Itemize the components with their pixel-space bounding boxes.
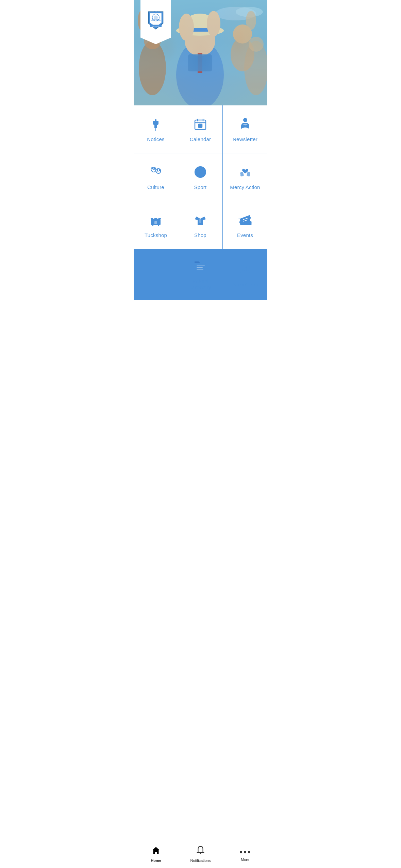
calendar-label: Calendar — [190, 136, 211, 142]
svg-text:DIEU DEVOU: DIEU DEVOU — [152, 26, 160, 27]
mercy-icon — [238, 165, 253, 180]
sport-button[interactable]: Sport — [178, 153, 223, 201]
tuckshop-button[interactable]: Tuckshop — [134, 201, 178, 249]
culture-label: Culture — [147, 184, 164, 190]
svg-point-22 — [154, 15, 158, 19]
hero-banner: DIEU DEVOU — [134, 0, 267, 105]
newsletter-label: Newsletter — [233, 136, 257, 142]
svg-point-55 — [244, 270, 247, 274]
svg-rect-27 — [155, 119, 156, 121]
events-label: Events — [237, 232, 253, 238]
shop-label: Shop — [194, 232, 206, 238]
svg-rect-20 — [188, 54, 212, 71]
directory-icon — [193, 259, 208, 274]
school-directory-button[interactable]: School Directory — [179, 249, 223, 300]
svg-point-17 — [246, 11, 256, 30]
newsletter-icon — [238, 117, 253, 132]
pin-icon — [148, 117, 163, 132]
svg-rect-47 — [197, 266, 205, 266]
culture-icon — [148, 165, 163, 180]
svg-rect-44 — [199, 219, 201, 223]
calendar-button[interactable]: Calendar — [178, 105, 223, 153]
svg-point-54 — [244, 267, 247, 270]
grid-row-1: Notices Calendar — [134, 105, 267, 153]
shop-icon — [193, 212, 208, 227]
tuckshop-label: Tuckshop — [145, 232, 167, 238]
culture-button[interactable]: Culture — [134, 153, 178, 201]
svg-rect-42 — [158, 225, 159, 226]
sport-label: Sport — [194, 184, 207, 190]
school-crest: DIEU DEVOU — [146, 10, 166, 31]
grid-row-2: Culture Sport — [134, 153, 267, 201]
grid-row-3: Tuckshop Shop — [134, 201, 267, 249]
svg-rect-48 — [197, 267, 203, 268]
svg-point-34 — [243, 118, 247, 122]
calendar-icon — [193, 117, 208, 132]
sport-icon — [193, 165, 208, 180]
school-directory-label: School Directory — [184, 278, 217, 290]
svg-rect-33 — [199, 124, 202, 127]
tuckshop-icon — [148, 212, 163, 227]
svg-point-19 — [207, 11, 220, 37]
svg-point-52 — [246, 265, 250, 268]
shop-button[interactable]: Shop — [178, 201, 223, 249]
svg-point-38 — [159, 169, 160, 170]
svg-rect-49 — [197, 269, 203, 270]
parent-hub-button[interactable]: Parent Hub — [223, 249, 267, 300]
svg-point-18 — [179, 14, 194, 41]
notices-label: Notices — [147, 136, 164, 142]
svg-point-36 — [154, 168, 155, 169]
mercy-action-button[interactable]: Mercy Action — [223, 153, 267, 201]
parent-hub-icon — [238, 262, 253, 277]
empty-cell — [134, 249, 178, 300]
events-button[interactable]: Events — [223, 201, 267, 249]
svg-point-37 — [157, 169, 158, 170]
svg-point-16 — [249, 37, 264, 52]
svg-point-35 — [152, 168, 153, 169]
notices-button[interactable]: Notices — [134, 105, 178, 153]
svg-rect-28 — [155, 128, 156, 131]
grid-row-4: School Directory — [134, 249, 267, 300]
events-icon — [238, 212, 253, 227]
svg-rect-41 — [152, 225, 153, 226]
svg-rect-43 — [154, 221, 157, 224]
svg-point-50 — [241, 265, 244, 268]
newsletter-button[interactable]: Newsletter — [223, 105, 267, 153]
parent-hub-label: Parent Hub — [232, 282, 258, 287]
mercy-action-label: Mercy Action — [230, 184, 260, 190]
logo-banner: DIEU DEVOU — [140, 0, 171, 44]
last-row-items: School Directory — [178, 249, 267, 300]
main-grid: Notices Calendar — [134, 105, 267, 300]
